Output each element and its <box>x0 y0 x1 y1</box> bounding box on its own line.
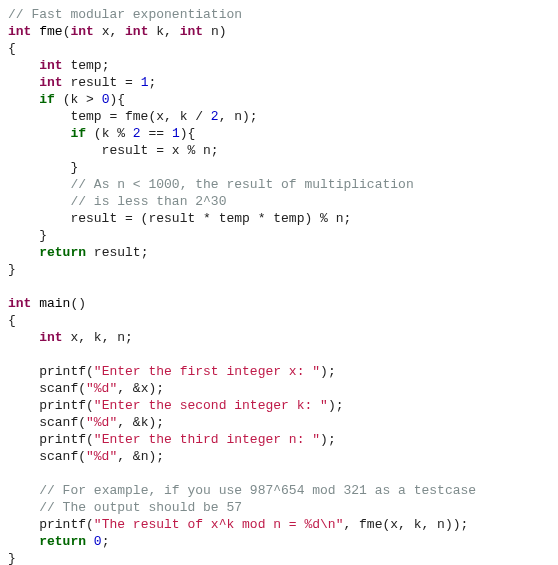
code-line: { <box>8 41 16 56</box>
code-token: temp = fme(x, k / <box>8 109 211 124</box>
code-line: } <box>8 262 16 277</box>
code-line: int x, k, n; <box>8 330 133 345</box>
code-token: int <box>39 75 62 90</box>
code-token <box>8 330 39 345</box>
code-line: result = x % n; <box>8 143 219 158</box>
code-token: printf( <box>8 398 94 413</box>
code-token: "%d" <box>86 381 117 396</box>
code-line: scanf("%d", &x); <box>8 381 164 396</box>
code-token: scanf( <box>8 449 86 464</box>
code-token <box>8 245 39 260</box>
code-token: n) <box>203 24 226 39</box>
code-token: // Fast modular exponentiation <box>8 7 242 22</box>
code-token: , n); <box>219 109 258 124</box>
code-token: { <box>8 41 16 56</box>
code-token: fme <box>39 24 62 39</box>
code-token: // For example, if you use 987^654 mod 3… <box>39 483 476 498</box>
code-token: main <box>39 296 70 311</box>
code-token: "Enter the second integer k: " <box>94 398 328 413</box>
code-token: ); <box>320 364 336 379</box>
code-token: "Enter the third integer n: " <box>94 432 320 447</box>
code-line: // Fast modular exponentiation <box>8 7 242 22</box>
code-token: "The result of x^k mod n = %d\n" <box>94 517 344 532</box>
code-token: printf( <box>8 432 94 447</box>
code-token: printf( <box>8 364 94 379</box>
code-token <box>86 534 94 549</box>
code-token: temp; <box>63 58 110 73</box>
code-block: // Fast modular exponentiation int fme(i… <box>0 0 558 565</box>
code-token: "%d" <box>86 415 117 430</box>
code-token: 1 <box>172 126 180 141</box>
code-token: scanf( <box>8 381 86 396</box>
code-token <box>8 483 39 498</box>
code-token: return <box>39 245 86 260</box>
code-token: scanf( <box>8 415 86 430</box>
code-token: () <box>70 296 86 311</box>
code-line: printf("Enter the third integer n: "); <box>8 432 336 447</box>
code-token <box>8 500 39 515</box>
code-token: } <box>8 160 78 175</box>
code-token <box>8 75 39 90</box>
code-token <box>8 58 39 73</box>
code-token: int <box>8 24 31 39</box>
code-token <box>8 92 39 107</box>
code-line: // The output should be 57 <box>8 500 242 515</box>
code-token: if <box>39 92 55 107</box>
code-token: int <box>39 330 62 345</box>
code-line: int fme(int x, int k, int n) <box>8 24 227 39</box>
code-line: } <box>8 228 47 243</box>
code-token: "%d" <box>86 449 117 464</box>
code-token: // The output should be 57 <box>39 500 242 515</box>
code-line: result = (result * temp * temp) % n; <box>8 211 351 226</box>
code-token: , fme(x, k, n)); <box>343 517 468 532</box>
code-token: (k % <box>86 126 133 141</box>
code-token: == <box>141 126 172 141</box>
code-token <box>8 534 39 549</box>
code-token: printf( <box>8 517 94 532</box>
code-token: } <box>8 551 16 565</box>
code-line: int temp; <box>8 58 109 73</box>
code-line: int result = 1; <box>8 75 156 90</box>
code-line: printf("The result of x^k mod n = %d\n",… <box>8 517 468 532</box>
code-token: , &x); <box>117 381 164 396</box>
code-token <box>8 177 70 192</box>
code-line: // For example, if you use 987^654 mod 3… <box>8 483 476 498</box>
code-line: return result; <box>8 245 148 260</box>
code-line: if (k % 2 == 1){ <box>8 126 195 141</box>
code-line: } <box>8 551 16 565</box>
code-token <box>8 126 70 141</box>
code-line: if (k > 0){ <box>8 92 125 107</box>
code-token: int <box>70 24 93 39</box>
code-token: } <box>8 228 47 243</box>
code-token: result = <box>63 75 141 90</box>
code-token: (k > <box>55 92 102 107</box>
code-token: int <box>39 58 62 73</box>
code-token: result; <box>86 245 148 260</box>
code-line: } <box>8 160 78 175</box>
code-token: if <box>70 126 86 141</box>
code-token: int <box>8 296 31 311</box>
code-token: x, k, n; <box>63 330 133 345</box>
code-token <box>8 194 70 209</box>
code-line: temp = fme(x, k / 2, n); <box>8 109 258 124</box>
code-token: ; <box>148 75 156 90</box>
code-line: { <box>8 313 16 328</box>
code-token: 2 <box>211 109 219 124</box>
code-token: int <box>180 24 203 39</box>
code-line: scanf("%d", &n); <box>8 449 164 464</box>
code-token: , &n); <box>117 449 164 464</box>
code-token: k, <box>148 24 179 39</box>
code-token: // As n < 1000, the result of multiplica… <box>70 177 413 192</box>
code-token: x, <box>94 24 125 39</box>
code-line: printf("Enter the second integer k: "); <box>8 398 343 413</box>
code-line: // is less than 2^30 <box>8 194 226 209</box>
code-line: return 0; <box>8 534 109 549</box>
code-token: ){ <box>180 126 196 141</box>
code-line: // As n < 1000, the result of multiplica… <box>8 177 414 192</box>
code-line: scanf("%d", &k); <box>8 415 164 430</box>
code-line: int main() <box>8 296 86 311</box>
code-token: "Enter the first integer x: " <box>94 364 320 379</box>
code-token: ); <box>320 432 336 447</box>
code-token: ){ <box>109 92 125 107</box>
code-token: result = x % n; <box>8 143 219 158</box>
